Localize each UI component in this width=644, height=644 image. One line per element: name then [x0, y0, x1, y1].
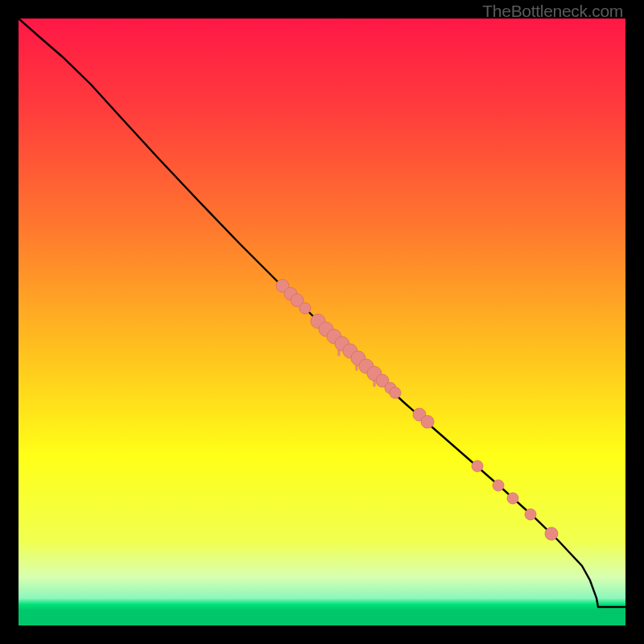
watermark-text: TheBottleneck.com — [482, 2, 623, 21]
data-marker — [525, 509, 536, 520]
data-marker — [390, 387, 401, 398]
data-marker — [299, 303, 311, 314]
data-marker — [507, 493, 518, 504]
data-marker — [493, 480, 504, 491]
data-marker — [545, 527, 558, 540]
chart-plot — [19, 19, 625, 625]
data-marker — [421, 415, 434, 428]
chart-frame — [19, 19, 625, 625]
data-marker — [472, 460, 483, 472]
